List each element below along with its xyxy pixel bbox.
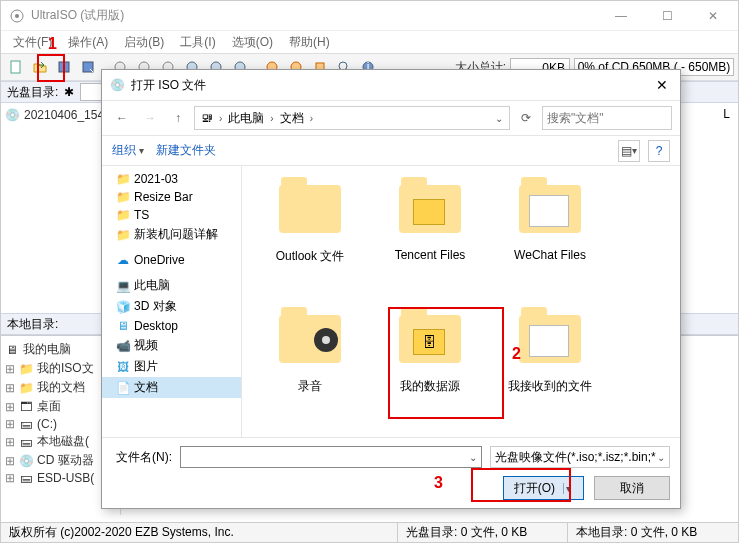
nav-tree-item[interactable]: 💻此电脑	[102, 275, 241, 296]
local-tree-item[interactable]: ⊞🗔桌面	[5, 397, 116, 416]
svg-rect-3	[59, 62, 69, 72]
dialog-nav: ← → ↑ 🖳 › 此电脑 › 文档 › ⌄ ⟳ 搜索"文档"	[102, 100, 680, 136]
file-item-label: 我的数据源	[400, 378, 460, 395]
local-tree-item[interactable]: ⊞💿CD 驱动器	[5, 451, 116, 470]
new-button[interactable]	[5, 56, 27, 78]
filename-input[interactable]: ⌄	[180, 446, 482, 468]
filename-dropdown-icon[interactable]: ⌄	[469, 452, 477, 463]
dialog-title: 打开 ISO 文件	[131, 77, 652, 94]
file-item-folder[interactable]: Tencent Files	[370, 174, 490, 304]
local-tree-item[interactable]: ⊞📁我的ISO文	[5, 359, 116, 378]
cancel-button[interactable]: 取消	[594, 476, 670, 500]
file-item-label: 我接收到的文件	[508, 378, 592, 395]
folder-icon	[275, 174, 345, 244]
file-item-folder[interactable]: 🗄我的数据源	[370, 304, 490, 434]
open-button[interactable]: 打开(O) ▾	[503, 476, 584, 500]
svg-rect-2	[11, 61, 20, 73]
status-image-info: 光盘目录: 0 文件, 0 KB	[398, 523, 568, 542]
chevron-right-icon-3: ›	[310, 113, 313, 124]
filter-text: 光盘映像文件(*.iso;*.isz;*.bin;*	[495, 449, 656, 466]
titlebar: UltraISO (试用版) — ☐ ✕	[1, 1, 738, 31]
file-item-folder[interactable]: 我接收到的文件	[490, 304, 610, 434]
dialog-body: 📁2021-03📁Resize Bar📁TS📁新装机问题详解☁OneDrive💻…	[102, 166, 680, 437]
menu-tools[interactable]: 工具(I)	[174, 32, 221, 53]
nav-tree-item[interactable]: 🖥Desktop	[102, 317, 241, 335]
nav-forward-button[interactable]: →	[138, 106, 162, 130]
open-split-icon[interactable]: ▾	[563, 483, 573, 494]
nav-tree-item[interactable]: 📹视频	[102, 335, 241, 356]
file-item-folder[interactable]: 录音	[250, 304, 370, 434]
pc-icon: 🖳	[201, 111, 213, 125]
file-item-label: Outlook 文件	[276, 248, 345, 265]
open-button[interactable]	[29, 56, 51, 78]
dialog-nav-tree[interactable]: 📁2021-03📁Resize Bar📁TS📁新装机问题详解☁OneDrive💻…	[102, 166, 242, 437]
refresh-button[interactable]: ⟳	[514, 106, 538, 130]
dialog-icon: 💿	[110, 78, 125, 92]
file-item-folder[interactable]: Outlook 文件	[250, 174, 370, 304]
svg-point-18	[322, 336, 330, 344]
help-button[interactable]: ?	[648, 140, 670, 162]
local-panel-label: 本地目录:	[7, 316, 58, 333]
breadcrumb-root[interactable]: 此电脑	[228, 110, 264, 127]
open-button-label: 打开(O)	[514, 480, 555, 497]
dialog-close-button[interactable]: ✕	[652, 77, 672, 93]
save-button[interactable]	[53, 56, 75, 78]
search-placeholder: 搜索"文档"	[547, 110, 604, 127]
image-tree-root[interactable]: 💿 20210406_154	[5, 107, 116, 123]
folder-icon	[515, 174, 585, 244]
cd-icon: 💿	[5, 108, 20, 122]
local-tree-item[interactable]: ⊞🖴(C:)	[5, 416, 116, 432]
minimize-button[interactable]: —	[604, 9, 638, 23]
nav-tree-item[interactable]: 📄文档	[102, 377, 241, 398]
nav-back-button[interactable]: ←	[110, 106, 134, 130]
nav-tree-item[interactable]: 📁新装机问题详解	[102, 224, 241, 245]
breadcrumb-current[interactable]: 文档	[280, 110, 304, 127]
filter-dropdown-icon: ⌄	[657, 452, 665, 463]
menu-boot[interactable]: 启动(B)	[118, 32, 170, 53]
nav-tree-item[interactable]: 📁Resize Bar	[102, 188, 241, 206]
dialog-bottom: 文件名(N): ⌄ 光盘映像文件(*.iso;*.isz;*.bin;* ⌄ 打…	[102, 437, 680, 508]
svg-point-1	[15, 14, 19, 18]
dialog-toolbar: 组织 ▾ 新建文件夹 ▤ ▾ ?	[102, 136, 680, 166]
folder-icon	[275, 304, 345, 374]
filename-label: 文件名(N):	[112, 449, 172, 466]
local-tree-item[interactable]: 🖥我的电脑	[5, 340, 116, 359]
image-panel-toggle-icon[interactable]: ✱	[64, 85, 74, 99]
new-folder-button[interactable]: 新建文件夹	[156, 142, 216, 159]
menubar: 文件(F) 操作(A) 启动(B) 工具(I) 选项(O) 帮助(H)	[1, 31, 738, 53]
address-dropdown-icon[interactable]: ⌄	[495, 113, 503, 124]
menu-options[interactable]: 选项(O)	[226, 32, 279, 53]
maximize-button[interactable]: ☐	[650, 9, 684, 23]
address-bar[interactable]: 🖳 › 此电脑 › 文档 › ⌄	[194, 106, 510, 130]
menu-help[interactable]: 帮助(H)	[283, 32, 336, 53]
file-item-label: WeChat Files	[514, 248, 586, 262]
save-as-button[interactable]	[77, 56, 99, 78]
organize-menu[interactable]: 组织 ▾	[112, 142, 144, 159]
close-button[interactable]: ✕	[696, 9, 730, 23]
nav-tree-item[interactable]: 📁2021-03	[102, 170, 241, 188]
view-options-button[interactable]: ▤ ▾	[618, 140, 640, 162]
nav-tree-item[interactable]: 📁TS	[102, 206, 241, 224]
dialog-titlebar: 💿 打开 ISO 文件 ✕	[102, 70, 680, 100]
menu-file[interactable]: 文件(F)	[7, 32, 58, 53]
nav-up-button[interactable]: ↑	[166, 106, 190, 130]
search-input[interactable]: 搜索"文档"	[542, 106, 672, 130]
nav-tree-item[interactable]: ☁OneDrive	[102, 251, 241, 269]
nav-tree-item[interactable]: 🧊3D 对象	[102, 296, 241, 317]
local-tree-item[interactable]: ⊞🖴ESD-USB(	[5, 470, 116, 486]
image-tree-root-label: 20210406_154	[24, 108, 104, 122]
open-dialog: 💿 打开 ISO 文件 ✕ ← → ↑ 🖳 › 此电脑 › 文档 › ⌄ ⟳ 搜…	[101, 69, 681, 509]
dialog-file-view[interactable]: Outlook 文件Tencent FilesWeChat Files录音🗄我的…	[242, 166, 680, 437]
file-item-label: Tencent Files	[395, 248, 466, 262]
file-item-folder[interactable]: WeChat Files	[490, 174, 610, 304]
app-title: UltraISO (试用版)	[31, 7, 604, 24]
local-tree-item[interactable]: ⊞🖴本地磁盘(	[5, 432, 116, 451]
status-local-info: 本地目录: 0 文件, 0 KB	[568, 523, 738, 542]
menu-action[interactable]: 操作(A)	[62, 32, 114, 53]
nav-tree-item[interactable]: 🖼图片	[102, 356, 241, 377]
statusbar: 版权所有 (c)2002-2020 EZB Systems, Inc. 光盘目录…	[1, 522, 738, 542]
filetype-filter[interactable]: 光盘映像文件(*.iso;*.isz;*.bin;* ⌄	[490, 446, 670, 468]
local-tree-item[interactable]: ⊞📁我的文档	[5, 378, 116, 397]
folder-icon: 🗄	[395, 304, 465, 374]
folder-icon	[515, 304, 585, 374]
